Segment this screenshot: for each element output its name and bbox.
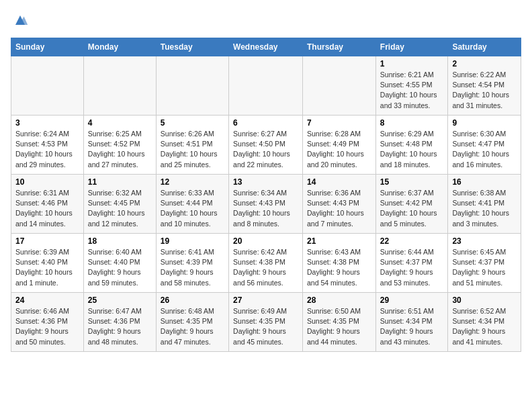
calendar-cell: 25Sunrise: 6:47 AMSunset: 4:36 PMDayligh… [83,293,156,352]
calendar-cell: 15Sunrise: 6:37 AMSunset: 4:42 PMDayligh… [375,175,448,234]
day-number: 17 [15,236,79,246]
calendar-cell: 6Sunrise: 6:27 AMSunset: 4:50 PMDaylight… [229,116,303,175]
calendar-cell: 3Sunrise: 6:24 AMSunset: 4:53 PMDaylight… [11,116,84,175]
day-number: 6 [233,118,298,128]
week-row-1: 1Sunrise: 6:21 AMSunset: 4:55 PMDaylight… [11,56,521,116]
day-number: 26 [161,295,224,305]
day-number: 20 [233,236,298,246]
week-row-3: 10Sunrise: 6:31 AMSunset: 4:46 PMDayligh… [11,175,521,234]
day-detail: Sunrise: 6:25 AMSunset: 4:52 PMDaylight:… [88,129,152,170]
day-header-wednesday: Wednesday [229,38,303,56]
calendar-cell: 23Sunrise: 6:45 AMSunset: 4:37 PMDayligh… [448,234,521,293]
calendar-cell: 18Sunrise: 6:40 AMSunset: 4:40 PMDayligh… [83,234,156,293]
calendar-cell: 1Sunrise: 6:21 AMSunset: 4:55 PMDaylight… [375,56,448,116]
day-detail: Sunrise: 6:43 AMSunset: 4:38 PMDaylight:… [307,247,371,288]
day-detail: Sunrise: 6:46 AMSunset: 4:36 PMDaylight:… [15,306,79,347]
days-header-row: SundayMondayTuesdayWednesdayThursdayFrid… [11,38,521,56]
day-number: 22 [380,236,444,246]
calendar-cell [229,56,303,116]
calendar-table: SundayMondayTuesdayWednesdayThursdayFrid… [11,38,521,352]
calendar-cell: 27Sunrise: 6:49 AMSunset: 4:35 PMDayligh… [229,293,303,352]
calendar-cell: 28Sunrise: 6:50 AMSunset: 4:35 PMDayligh… [303,293,376,352]
day-detail: Sunrise: 6:22 AMSunset: 4:54 PMDaylight:… [452,70,517,111]
day-number: 8 [380,118,444,128]
day-detail: Sunrise: 6:26 AMSunset: 4:51 PMDaylight:… [161,129,224,170]
day-number: 25 [88,295,152,305]
day-header-monday: Monday [83,38,156,56]
day-number: 18 [88,236,152,246]
day-detail: Sunrise: 6:30 AMSunset: 4:47 PMDaylight:… [452,129,517,170]
day-number: 7 [307,118,371,128]
calendar-cell [156,56,228,116]
week-row-2: 3Sunrise: 6:24 AMSunset: 4:53 PMDaylight… [11,116,521,175]
day-detail: Sunrise: 6:40 AMSunset: 4:40 PMDaylight:… [88,247,152,288]
calendar-cell: 13Sunrise: 6:34 AMSunset: 4:43 PMDayligh… [229,175,303,234]
day-number: 3 [15,118,79,128]
calendar-cell: 16Sunrise: 6:38 AMSunset: 4:41 PMDayligh… [448,175,521,234]
day-header-saturday: Saturday [448,38,521,56]
calendar-cell: 14Sunrise: 6:36 AMSunset: 4:43 PMDayligh… [303,175,376,234]
day-number: 24 [15,295,79,305]
day-number: 28 [307,295,371,305]
calendar-cell: 5Sunrise: 6:26 AMSunset: 4:51 PMDaylight… [156,116,228,175]
day-header-sunday: Sunday [11,38,84,56]
calendar-cell: 17Sunrise: 6:39 AMSunset: 4:40 PMDayligh… [11,234,84,293]
week-row-4: 17Sunrise: 6:39 AMSunset: 4:40 PMDayligh… [11,234,521,293]
calendar-cell [11,56,84,116]
day-number: 23 [452,236,517,246]
calendar-cell: 8Sunrise: 6:29 AMSunset: 4:48 PMDaylight… [375,116,448,175]
day-detail: Sunrise: 6:48 AMSunset: 4:35 PMDaylight:… [161,306,224,347]
calendar-cell [83,56,156,116]
day-header-thursday: Thursday [303,38,376,56]
day-detail: Sunrise: 6:47 AMSunset: 4:36 PMDaylight:… [88,306,152,347]
day-number: 1 [380,59,444,68]
calendar-cell: 29Sunrise: 6:51 AMSunset: 4:34 PMDayligh… [375,293,448,352]
day-detail: Sunrise: 6:50 AMSunset: 4:35 PMDaylight:… [307,306,371,347]
day-number: 4 [88,118,152,128]
calendar-cell: 10Sunrise: 6:31 AMSunset: 4:46 PMDayligh… [11,175,84,234]
day-detail: Sunrise: 6:29 AMSunset: 4:48 PMDaylight:… [380,129,444,170]
day-number: 13 [233,177,298,187]
logo-icon [11,11,30,30]
calendar-cell: 11Sunrise: 6:32 AMSunset: 4:45 PMDayligh… [83,175,156,234]
day-number: 2 [452,59,517,68]
day-number: 30 [452,295,517,305]
calendar-cell: 19Sunrise: 6:41 AMSunset: 4:39 PMDayligh… [156,234,228,293]
day-detail: Sunrise: 6:38 AMSunset: 4:41 PMDaylight:… [452,188,517,229]
day-detail: Sunrise: 6:21 AMSunset: 4:55 PMDaylight:… [380,70,444,111]
day-number: 5 [161,118,224,128]
day-detail: Sunrise: 6:41 AMSunset: 4:39 PMDaylight:… [161,247,224,288]
day-detail: Sunrise: 6:28 AMSunset: 4:49 PMDaylight:… [307,129,371,170]
day-number: 16 [452,177,517,187]
calendar-cell: 9Sunrise: 6:30 AMSunset: 4:47 PMDaylight… [448,116,521,175]
calendar-cell: 2Sunrise: 6:22 AMSunset: 4:54 PMDaylight… [448,56,521,116]
day-detail: Sunrise: 6:49 AMSunset: 4:35 PMDaylight:… [233,306,298,347]
day-detail: Sunrise: 6:51 AMSunset: 4:34 PMDaylight:… [380,306,444,347]
calendar-cell: 26Sunrise: 6:48 AMSunset: 4:35 PMDayligh… [156,293,228,352]
day-detail: Sunrise: 6:34 AMSunset: 4:43 PMDaylight:… [233,188,298,229]
day-detail: Sunrise: 6:39 AMSunset: 4:40 PMDaylight:… [15,247,79,288]
day-number: 27 [233,295,298,305]
day-number: 9 [452,118,517,128]
day-detail: Sunrise: 6:33 AMSunset: 4:44 PMDaylight:… [161,188,224,229]
calendar-cell: 7Sunrise: 6:28 AMSunset: 4:49 PMDaylight… [303,116,376,175]
calendar-cell: 12Sunrise: 6:33 AMSunset: 4:44 PMDayligh… [156,175,228,234]
day-detail: Sunrise: 6:37 AMSunset: 4:42 PMDaylight:… [380,188,444,229]
day-detail: Sunrise: 6:27 AMSunset: 4:50 PMDaylight:… [233,129,298,170]
day-number: 14 [307,177,371,187]
logo [11,11,32,30]
calendar-cell: 24Sunrise: 6:46 AMSunset: 4:36 PMDayligh… [11,293,84,352]
day-detail: Sunrise: 6:32 AMSunset: 4:45 PMDaylight:… [88,188,152,229]
calendar-cell: 20Sunrise: 6:42 AMSunset: 4:38 PMDayligh… [229,234,303,293]
day-number: 10 [15,177,79,187]
page-header [11,11,521,30]
day-detail: Sunrise: 6:44 AMSunset: 4:37 PMDaylight:… [380,247,444,288]
day-detail: Sunrise: 6:52 AMSunset: 4:34 PMDaylight:… [452,306,517,347]
day-number: 29 [380,295,444,305]
day-detail: Sunrise: 6:42 AMSunset: 4:38 PMDaylight:… [233,247,298,288]
day-detail: Sunrise: 6:31 AMSunset: 4:46 PMDaylight:… [15,188,79,229]
day-number: 21 [307,236,371,246]
day-number: 15 [380,177,444,187]
calendar-cell: 30Sunrise: 6:52 AMSunset: 4:34 PMDayligh… [448,293,521,352]
day-number: 12 [161,177,224,187]
